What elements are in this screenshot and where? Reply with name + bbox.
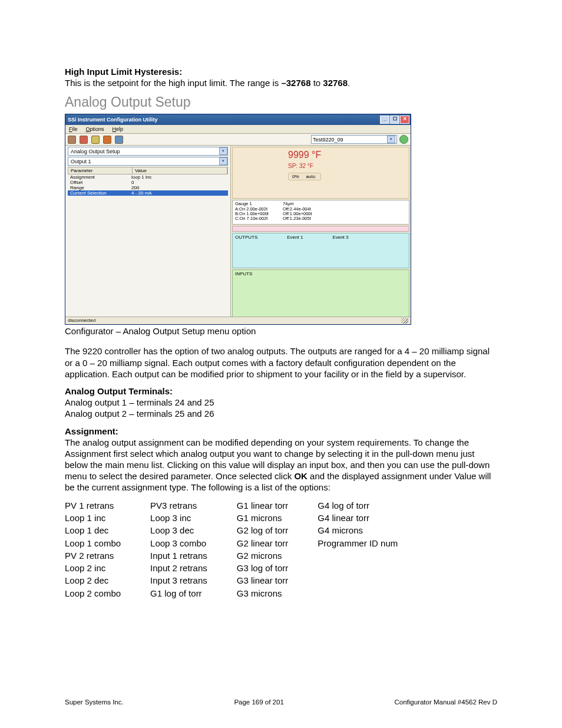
toolbar-icon-2[interactable]	[80, 136, 88, 144]
maximize-button[interactable]: ☐	[390, 116, 399, 124]
toolbar: Test9220_09 ▾	[65, 134, 411, 146]
option-item: Input 3 retrans	[150, 574, 207, 587]
option-item: G3 log of torr	[237, 562, 289, 574]
titlebar: SSi Instrument Configuration Utility _ ☐…	[65, 114, 411, 125]
menu-combo[interactable]: Analog Output Setup ▾	[68, 147, 228, 156]
range-max: 32768	[323, 78, 348, 88]
param-table-header: Parameter Value	[68, 167, 228, 174]
setpoint-value: SP: 32 °F	[288, 163, 321, 169]
option-item: Programmer ID num	[318, 537, 398, 549]
footer-right: Configurator Manual #4562 Rev D	[394, 699, 497, 706]
param-row-range[interactable]: Range 200	[68, 185, 228, 190]
terminals-line-1: Analog output 1 – terminals 24 and 25	[65, 397, 214, 407]
outputs-event1: Event 1	[287, 235, 303, 266]
hysteresis-text-pre: This is the setpoint for the high input …	[65, 78, 281, 88]
close-button[interactable]: ✕	[400, 116, 409, 124]
window-title: SSi Instrument Configuration Utility	[68, 117, 158, 123]
percent-value: 0%	[292, 174, 299, 179]
menu-file[interactable]: File	[69, 126, 78, 132]
statusbar: disconnected	[65, 317, 411, 324]
display-panel: 9999 °F SP: 32 °F 0% auto	[232, 147, 409, 199]
option-item: Loop 3 dec	[150, 524, 207, 536]
option-item: Input 1 retrans	[150, 549, 207, 562]
option-item: G1 microns	[237, 512, 289, 524]
option-item: Input 2 retrans	[150, 562, 207, 574]
toolbar-icon-3[interactable]	[91, 136, 100, 144]
range-min: –32768	[281, 78, 310, 88]
hysteresis-title: High Input Limit Hysteresis:	[65, 67, 182, 77]
terminals-line-2: Analog output 2 – terminals 25 and 26	[65, 409, 214, 419]
footer-center: Page 169 of 201	[234, 699, 283, 706]
option-item: G4 log of torr	[318, 499, 398, 512]
option-item: G2 log of torr	[237, 524, 289, 536]
footer-left: Super Systems Inc.	[65, 699, 124, 706]
assignment-title: Assignment:	[65, 426, 118, 436]
window-buttons: _ ☐ ✕	[380, 116, 409, 124]
left-pane: Analog Output Setup ▾ Output 1 ▾ Paramet…	[65, 146, 231, 320]
toolbar-icon-5[interactable]	[115, 136, 123, 144]
status-text: disconnected	[68, 318, 95, 324]
right-pane: 9999 °F SP: 32 °F 0% auto Gauge 1 A:On 2…	[231, 146, 411, 320]
option-item: G4 linear torr	[318, 512, 398, 524]
option-item: G1 linear torr	[237, 499, 289, 512]
options-list: PV 1 retransLoop 1 incLoop 1 decLoop 1 c…	[65, 499, 497, 599]
divider-strip	[232, 226, 409, 232]
option-item: Loop 2 dec	[65, 574, 121, 587]
option-item: G3 linear torr	[237, 574, 289, 587]
output-combo[interactable]: Output 1 ▾	[68, 157, 228, 166]
option-item: Loop 2 inc	[65, 562, 121, 574]
inputs-label: INPUTS	[235, 271, 252, 276]
gauge-panel: Gauge 1 A:On 2.00e-002t B:On 1.00e+000t …	[232, 200, 409, 225]
menu-combo-value: Analog Output Setup	[71, 149, 120, 154]
config-dropdown[interactable]: Test9220_09 ▾	[311, 135, 397, 144]
option-item: G1 log of torr	[150, 587, 207, 599]
option-item: PV 1 retrans	[65, 499, 121, 512]
dropdown-arrow-icon: ▾	[387, 136, 395, 143]
section-title: Analog Output Setup	[65, 94, 497, 110]
option-item: G4 microns	[318, 524, 398, 536]
option-item: Loop 2 combo	[65, 587, 121, 599]
outputs-event3: Event 3	[332, 235, 348, 266]
status-indicator-icon[interactable]	[399, 135, 408, 144]
inputs-panel: INPUTS	[232, 269, 409, 319]
param-row-current-selection[interactable]: Current Selection 4 - 20 mA	[68, 190, 228, 196]
option-item: Loop 1 combo	[65, 537, 121, 549]
intro-paragraph: The 9220 controller has the option of tw…	[65, 345, 497, 380]
chevron-down-icon: ▾	[219, 147, 227, 155]
hysteresis-heading: High Input Limit Hysteresis: This is the…	[65, 66, 497, 88]
param-row-offset[interactable]: Offset 0	[68, 180, 228, 185]
config-dropdown-value: Test9220_09	[313, 137, 343, 143]
menubar: File Options Help	[65, 125, 411, 134]
mode-value: auto	[306, 174, 316, 179]
option-item: Loop 1 inc	[65, 512, 121, 524]
assignment-section: Assignment: The analog output assignment…	[65, 426, 497, 493]
option-item: Loop 3 combo	[150, 537, 207, 549]
param-row-assignment[interactable]: Assignment loop 1 inc	[68, 174, 228, 180]
option-item: Loop 1 dec	[65, 524, 121, 536]
chevron-down-icon: ▾	[219, 157, 227, 165]
output-combo-value: Output 1	[71, 159, 91, 164]
range-end: .	[348, 78, 350, 88]
toolbar-icon-1[interactable]	[68, 136, 76, 144]
terminals-title: Analog Output Terminals:	[65, 386, 173, 396]
option-item: G2 linear torr	[237, 537, 289, 549]
app-window: SSi Instrument Configuration Utility _ ☐…	[65, 114, 411, 325]
option-item: G2 microns	[237, 549, 289, 562]
toolbar-icon-4[interactable]	[103, 136, 111, 144]
ok-bold: OK	[294, 471, 308, 481]
param-header-value: Value	[133, 167, 227, 174]
menu-help[interactable]: Help	[113, 126, 124, 132]
param-header-parameter: Parameter	[68, 167, 133, 174]
outputs-panel: OUTPUTS Event 1 Event 3	[232, 233, 409, 268]
menu-options[interactable]: Options	[86, 126, 104, 132]
range-mid: to	[310, 78, 323, 88]
option-item: PV 2 retrans	[65, 549, 121, 562]
figure-caption: Configurator – Analog Output Setup menu …	[65, 326, 497, 336]
terminals-section: Analog Output Terminals: Analog output 1…	[65, 386, 497, 420]
option-item: Loop 3 inc	[150, 512, 207, 524]
option-item: G3 microns	[237, 587, 289, 599]
minimize-button[interactable]: _	[380, 116, 389, 124]
resize-grip-icon[interactable]	[401, 318, 408, 324]
page-footer: Super Systems Inc. Page 169 of 201 Confi…	[65, 699, 497, 706]
temperature-value: 9999 °F	[288, 150, 321, 160]
